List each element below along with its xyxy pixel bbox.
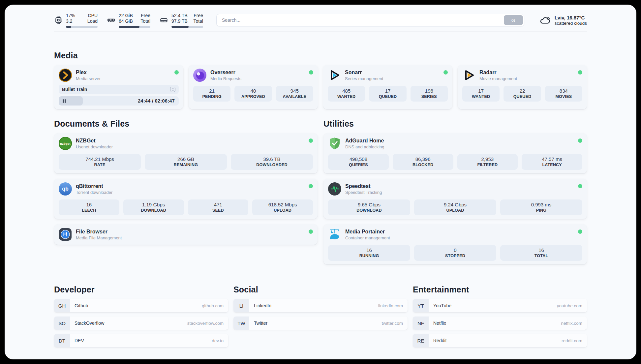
service-name: NZBGet <box>76 138 113 144</box>
ram-icon <box>107 16 115 24</box>
cpu-progress-track <box>66 26 98 28</box>
stat-label: QUEUED <box>505 94 539 99</box>
stat-value: 17 <box>464 88 498 94</box>
radarr-icon <box>462 69 475 82</box>
service-name: AdGuard Home <box>345 138 384 144</box>
bookmark-reddit[interactable]: RE Reddit reddit.com <box>413 334 587 347</box>
bookmark-url: netflix.com <box>561 321 587 326</box>
stat-value: 39.6 TB <box>232 156 312 162</box>
bookmark-twitter[interactable]: TW Twitter twitter.com <box>233 317 408 330</box>
dashboard-panel: 17%CPU 3.2Load 22 GiBFree 64 GiBTotal <box>5 5 636 359</box>
section-title-media: Media <box>54 51 587 60</box>
bookmark-name: YouTube <box>433 303 451 308</box>
plex-player-progress[interactable]: 24:44 / 02:06:47 <box>59 96 179 106</box>
stat-value: 196 <box>412 88 446 94</box>
service-name: Radarr <box>479 70 517 76</box>
cpu-usage: 17% <box>66 13 75 19</box>
stat-label: RUNNING <box>329 254 409 258</box>
bookmark-name: Twitter <box>254 320 267 326</box>
service-card-speedtest[interactable]: Speedtest Speedtest Tracking 9.65 GbpsDO… <box>323 179 587 219</box>
service-card-radarr[interactable]: Radarr Movie management 17WANTED 22QUEUE… <box>458 65 587 109</box>
section-title-documents: Documents & Files <box>54 119 318 129</box>
service-name: Media Portainer <box>345 229 390 235</box>
stat-tile: 2,953FILTERED <box>457 154 518 170</box>
stat-label: QUEUED <box>370 94 405 99</box>
stat-label: STOPPED <box>415 254 495 258</box>
status-online-dot <box>578 229 582 234</box>
service-description: Container management <box>345 235 390 240</box>
documents-column: Documents & Files nzbget NZBGet Usenet d… <box>54 119 318 264</box>
adguard-icon <box>328 137 341 150</box>
section-title-developer: Developer <box>54 285 228 294</box>
stat-value: 22 <box>505 88 539 94</box>
stat-tile: 22QUEUED <box>504 86 541 102</box>
weather-condition: scattered clouds <box>555 21 587 26</box>
bookmark-dev[interactable]: DT DEV dev.to <box>54 334 228 347</box>
stat-label: RATE <box>60 163 139 167</box>
service-card-portainer[interactable]: Media Portainer Container management 16R… <box>323 224 587 264</box>
header-divider <box>54 32 587 32</box>
service-card-sonarr[interactable]: Sonarr Series management 485WANTED 17QUE… <box>323 65 452 109</box>
stat-value: 1.19 Gbps <box>125 202 183 207</box>
search-input[interactable] <box>217 14 503 26</box>
bookmark-abbr: NF <box>413 317 429 330</box>
plex-session-row[interactable]: Bullet Train <box>59 85 179 94</box>
sonarr-icon <box>328 69 341 82</box>
bookmark-linkedin[interactable]: LI LinkedIn linkedin.com <box>233 299 408 312</box>
stat-label: PENDING <box>195 94 229 99</box>
bookmark-abbr: RE <box>413 334 429 347</box>
entertainment-column: Entertainment YT YouTube youtube.com NF … <box>413 285 587 347</box>
pause-icon <box>63 99 66 103</box>
stat-tile: 945AVAILABLE <box>276 86 313 102</box>
bookmark-url: github.com <box>202 303 228 308</box>
service-card-qbittorrent[interactable]: qb qBittorrent Torrent downloader 16LEEC… <box>54 179 318 219</box>
service-name: Sonarr <box>345 70 383 76</box>
bookmark-github[interactable]: GH Github github.com <box>54 299 228 312</box>
service-name: Overseerr <box>210 70 241 76</box>
overseerr-icon <box>193 69 206 82</box>
ram-total: 64 GiB <box>119 18 133 24</box>
stat-label: APPROVED <box>236 94 270 99</box>
service-card-filebrowser[interactable]: File Browser Media File Management <box>54 224 318 245</box>
service-description: Media File Management <box>76 235 122 240</box>
service-card-plex[interactable]: Plex Media server Bullet Train 24:44 / 0… <box>54 65 183 109</box>
stat-tile: 471SEED <box>188 199 249 215</box>
bookmark-stackoverflow[interactable]: SO StackOverflow stackoverflow.com <box>54 317 228 330</box>
stat-value: 618.52 Mbps <box>254 202 312 207</box>
service-card-nzbget[interactable]: nzbget NZBGet Usenet downloader 744.21 M… <box>54 133 318 173</box>
status-online-dot <box>309 184 313 188</box>
stat-label: FILTERED <box>459 163 517 167</box>
stat-value: 9.65 Gbps <box>329 202 409 207</box>
service-card-overseerr[interactable]: Overseerr Media Requests 21PENDING 40APP… <box>189 65 318 109</box>
bookmark-netflix[interactable]: NF Netflix netflix.com <box>413 317 587 330</box>
bookmark-abbr: SO <box>54 317 70 330</box>
status-online-dot <box>174 70 179 75</box>
stat-value: 0 <box>415 247 495 253</box>
stat-label: TOTAL <box>502 254 581 258</box>
service-card-adguard[interactable]: AdGuard Home DNS and adblocking 498,508Q… <box>323 133 587 173</box>
search-provider-button[interactable]: G <box>504 15 523 25</box>
stat-label: DOWNLOAD <box>125 208 183 213</box>
ram-widget: 22 GiBFree 64 GiBTotal <box>107 13 150 28</box>
stat-tile: 17QUEUED <box>369 86 406 102</box>
disk-icon <box>160 16 168 24</box>
stat-label: DOWNLOADED <box>232 163 312 167</box>
stat-value: 16 <box>60 202 118 207</box>
stat-value: 40 <box>236 88 270 94</box>
status-online-dot <box>309 70 313 75</box>
bookmark-name: Reddit <box>433 338 446 343</box>
stat-value: 471 <box>189 202 247 207</box>
stat-label: WANTED <box>464 94 498 99</box>
bookmark-url: stackoverflow.com <box>187 321 228 326</box>
stat-value: 485 <box>329 88 364 94</box>
stat-value: 16 <box>329 247 409 253</box>
status-online-dot <box>578 70 582 75</box>
stat-tile: 16LEECH <box>59 199 119 215</box>
service-description: Torrent downloader <box>76 190 112 195</box>
status-online-dot <box>578 138 582 143</box>
bookmark-youtube[interactable]: YT YouTube youtube.com <box>413 299 587 312</box>
ram-progress-fill <box>119 26 139 28</box>
stat-tile: 196SERIES <box>411 86 448 102</box>
developer-column: Developer GH Github github.com SO StackO… <box>54 285 228 347</box>
stat-value: 834 <box>546 88 581 94</box>
